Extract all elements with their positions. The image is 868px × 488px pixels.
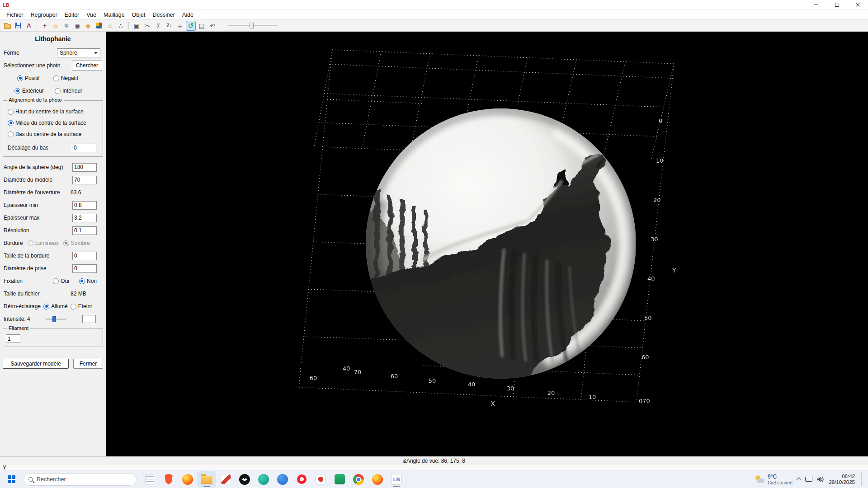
- undo-icon[interactable]: ↺: [186, 21, 196, 31]
- taskbar-app-bat[interactable]: [235, 471, 254, 488]
- negatif-radio[interactable]: [53, 75, 59, 81]
- resolution-input[interactable]: [72, 226, 97, 235]
- align-haut-radio[interactable]: [8, 109, 14, 115]
- menu-fichier[interactable]: Fichier: [3, 11, 27, 19]
- taskbar-app-lithobox[interactable]: LB: [387, 471, 406, 488]
- chercher-button[interactable]: Chercher: [72, 61, 102, 70]
- positif-radio[interactable]: [17, 75, 23, 81]
- eteint-label: Eteint: [78, 303, 92, 310]
- taskbar-app-green[interactable]: [330, 471, 349, 488]
- weather-widget[interactable]: 9°C Ciel couvert: [755, 474, 793, 485]
- menu-regrouper[interactable]: Regrouper: [27, 11, 61, 19]
- taskbar-app-blue[interactable]: [273, 471, 292, 488]
- taskbar-app-chrome[interactable]: [349, 471, 368, 488]
- cut-x-icon[interactable]: ✂: [142, 21, 152, 31]
- close-button[interactable]: [847, 0, 868, 10]
- y-tick-label: 20: [653, 197, 661, 203]
- material-drop-icon[interactable]: ◆: [83, 21, 93, 31]
- windows-logo-icon: [8, 475, 15, 483]
- start-button[interactable]: [3, 472, 20, 487]
- render-light-icon[interactable]: ☼: [51, 21, 61, 31]
- display-tray-icon[interactable]: [805, 477, 812, 482]
- axes-tool-icon[interactable]: +: [40, 21, 50, 31]
- sort-z-icon[interactable]: Z↕: [164, 21, 174, 31]
- z-tick-label: 60: [310, 375, 317, 381]
- taille-bordure-input[interactable]: [72, 252, 97, 260]
- viewport-3d[interactable]: 0 10 20 30 40 50 60 Y 70 60 50 40 30 20 …: [106, 32, 868, 456]
- diametre-modele-input[interactable]: [72, 176, 97, 184]
- align-bas-radio[interactable]: [8, 131, 14, 137]
- taskbar-search[interactable]: Rechercher: [24, 473, 137, 486]
- taskbar-app-firefox2[interactable]: [368, 471, 387, 488]
- paste-icon[interactable]: ▤: [197, 21, 207, 31]
- forme-select[interactable]: Sphère: [57, 48, 100, 57]
- font-icon[interactable]: A: [24, 21, 34, 31]
- taskbar-app-notepad[interactable]: [140, 471, 159, 488]
- interieur-radio[interactable]: [55, 88, 61, 94]
- intensite-input[interactable]: [82, 315, 96, 323]
- sauvegarder-button[interactable]: Sauvegarder modèle: [3, 359, 69, 369]
- epaisseur-max-input[interactable]: [72, 214, 97, 222]
- statusbar: &Angle de vue: 86, 175, 8 Y: [0, 456, 868, 470]
- angle-sphere-input[interactable]: [72, 163, 97, 172]
- fixation-non-radio[interactable]: [79, 278, 85, 284]
- taskbar-app-10[interactable]: [311, 471, 330, 488]
- taskbar-app-brave[interactable]: [159, 471, 178, 488]
- clock[interactable]: 08:42 29/10/2025: [829, 474, 855, 485]
- maximize-button[interactable]: [826, 0, 847, 10]
- allume-radio[interactable]: [43, 304, 49, 310]
- palette-icon[interactable]: [94, 21, 104, 31]
- cut-y-icon[interactable]: ✂: [153, 21, 163, 31]
- taskbar-app-5[interactable]: [216, 471, 235, 488]
- panel-title: Lithophanie: [0, 35, 106, 45]
- diametre-prise-input[interactable]: [72, 264, 97, 273]
- fermer-button[interactable]: Fermer: [73, 359, 103, 369]
- taskbar-app-explorer[interactable]: [197, 471, 216, 488]
- align-milieu-radio[interactable]: [8, 120, 14, 126]
- show-desktop-button[interactable]: [861, 473, 863, 486]
- z-tick-label: 40: [343, 365, 350, 372]
- x-axis-label: X: [491, 400, 495, 407]
- clock-date: 29/10/2025: [829, 479, 855, 485]
- eteint-radio[interactable]: [71, 304, 76, 310]
- menu-vue[interactable]: Vue: [83, 11, 100, 19]
- chrome-icon: [353, 474, 364, 485]
- toolbar-separator: [128, 22, 129, 29]
- decalage-input[interactable]: [72, 144, 96, 152]
- forme-value: Sphère: [60, 50, 77, 56]
- fixation-oui-radio[interactable]: [53, 278, 59, 284]
- epaisseur-min-input[interactable]: [72, 201, 97, 210]
- menu-editer[interactable]: Editer: [61, 11, 83, 19]
- taskbar-app-opera[interactable]: [292, 471, 311, 488]
- select-grid-icon[interactable]: ▣: [132, 21, 142, 31]
- toolbar-zoom-slider[interactable]: [228, 25, 278, 26]
- allume-label: Allumé: [51, 303, 68, 310]
- intensite-slider[interactable]: [46, 319, 66, 320]
- move-icon[interactable]: ↔↕: [175, 21, 185, 31]
- taskbar-app-firefox[interactable]: [178, 471, 197, 488]
- menu-objet[interactable]: Objet: [128, 11, 149, 19]
- angle-sphere-label: Angle de la sphère (deg): [4, 164, 72, 170]
- open-file-icon[interactable]: [2, 21, 12, 31]
- menu-dessiner[interactable]: Dessiner: [149, 11, 178, 19]
- epaisseur-min-label: Epaisseur min: [4, 202, 72, 208]
- menu-aide[interactable]: Aide: [179, 11, 197, 19]
- exterieur-radio[interactable]: [14, 88, 20, 94]
- redo-icon[interactable]: ↶: [208, 21, 217, 31]
- save-icon[interactable]: [13, 21, 23, 31]
- align-haut-label: Haut du centre de la surface: [15, 108, 84, 115]
- minimize-button[interactable]: [806, 0, 826, 10]
- y-tick-label: 50: [644, 314, 652, 321]
- points-icon[interactable]: ∴: [116, 21, 126, 31]
- sphere-icon[interactable]: ◉: [72, 21, 82, 31]
- volume-icon[interactable]: [817, 476, 824, 483]
- intensite-slider-thumb[interactable]: [52, 316, 56, 322]
- slider-thumb[interactable]: [250, 23, 254, 28]
- filament-input[interactable]: [6, 334, 20, 343]
- taskbar-app-teal[interactable]: [254, 471, 273, 488]
- star-icon[interactable]: ☆: [105, 21, 115, 31]
- tray-chevron-icon[interactable]: [797, 477, 802, 482]
- filament-title: Filament: [7, 325, 30, 331]
- mesh-icon[interactable]: ❄: [61, 21, 71, 31]
- menu-maillage[interactable]: Maillage: [100, 11, 128, 19]
